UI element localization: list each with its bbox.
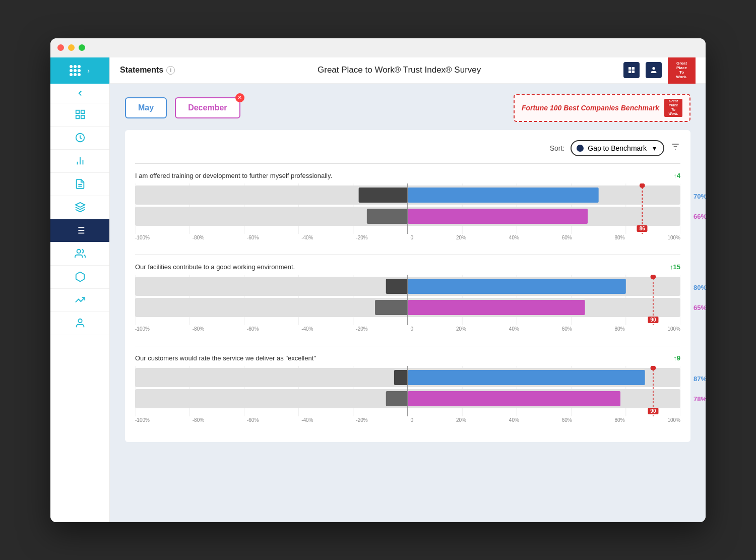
chart-axis: -100%-80%-60%-40%-20%020%40%60%80%100% bbox=[135, 326, 680, 332]
logo-dot bbox=[70, 69, 73, 72]
svg-rect-19 bbox=[628, 67, 631, 70]
svg-point-23 bbox=[652, 67, 655, 70]
logo-dot bbox=[74, 69, 77, 72]
purple-pct-label: 65% bbox=[694, 304, 706, 312]
axis-label: 80% bbox=[615, 417, 625, 423]
may-filter-button[interactable]: May bbox=[125, 97, 167, 118]
chart-panel: Sort: Gap to Benchmark ▾ bbox=[125, 130, 690, 442]
axis-label: -40% bbox=[301, 326, 313, 332]
logo-dots bbox=[70, 65, 81, 76]
svg-rect-2 bbox=[76, 115, 79, 118]
axis-label: 0 bbox=[411, 417, 414, 423]
remove-december-button[interactable]: ✕ bbox=[235, 93, 244, 102]
user-button[interactable] bbox=[646, 62, 662, 78]
axis-label: 80% bbox=[615, 235, 625, 240]
sidebar-logo bbox=[68, 64, 82, 78]
svg-point-17 bbox=[77, 250, 80, 253]
help-button[interactable] bbox=[623, 62, 640, 78]
logo-dot bbox=[74, 73, 77, 76]
axis-label: 100% bbox=[667, 326, 680, 332]
filters-row: May December ✕ Fortune 100 Best Companie… bbox=[125, 94, 690, 122]
chart-title: Our facilities contribute to a good work… bbox=[135, 263, 295, 271]
blue-pct-label: 70% bbox=[694, 193, 706, 200]
page-title-text: Statements bbox=[120, 66, 163, 75]
logo-dot bbox=[78, 65, 81, 68]
sidebar-item-box[interactable] bbox=[50, 266, 109, 289]
svg-rect-42 bbox=[367, 209, 408, 224]
sort-label: Sort: bbox=[550, 144, 565, 152]
logo-dot bbox=[78, 73, 81, 76]
svg-rect-43 bbox=[408, 209, 588, 224]
svg-rect-41 bbox=[408, 188, 599, 203]
top-header: Statements i Great Place to Work® Trust … bbox=[110, 57, 706, 84]
bar-chart-svg-container: 90 87% 78% bbox=[135, 366, 680, 416]
main-window: › bbox=[50, 38, 706, 522]
expand-sidebar-button[interactable]: › bbox=[85, 66, 92, 76]
svg-rect-82 bbox=[386, 391, 408, 406]
sidebar-item-people[interactable] bbox=[50, 242, 109, 266]
rank-badge: ↑9 bbox=[673, 354, 680, 362]
axis-label: 20% bbox=[456, 326, 466, 332]
axis-label: -20% bbox=[356, 235, 367, 240]
chart-item: Our facilities contribute to a good work… bbox=[135, 263, 680, 332]
axis-label: 0 bbox=[411, 235, 414, 240]
chevron-down-icon: ▾ bbox=[653, 144, 656, 152]
sort-dropdown[interactable]: Gap to Benchmark ▾ bbox=[571, 140, 664, 156]
logo-dot bbox=[74, 65, 77, 68]
axis-label: 100% bbox=[667, 417, 680, 423]
content-area: May December ✕ Fortune 100 Best Companie… bbox=[110, 84, 706, 522]
close-dot[interactable] bbox=[57, 44, 64, 51]
benchmark-label: Fortune 100 Best Companies Benchmark bbox=[522, 104, 659, 112]
rank-badge: ↑15 bbox=[670, 263, 680, 271]
minimize-dot[interactable] bbox=[68, 44, 75, 51]
sidebar-item-surveys[interactable] bbox=[50, 173, 109, 196]
axis-label: -20% bbox=[356, 326, 367, 332]
axis-label: -60% bbox=[247, 326, 259, 332]
chart-svg bbox=[135, 366, 680, 416]
axis-label: -100% bbox=[135, 417, 150, 423]
sidebar-item-user[interactable] bbox=[50, 312, 109, 335]
sidebar-item-analytics[interactable] bbox=[50, 150, 109, 173]
sidebar-item-layers[interactable] bbox=[50, 196, 109, 219]
svg-rect-22 bbox=[632, 71, 635, 73]
axis-label: -100% bbox=[135, 326, 150, 332]
svg-rect-0 bbox=[76, 110, 79, 113]
gptw-header-logo: GreatPlaceToWork. bbox=[668, 57, 696, 84]
chart-svg bbox=[135, 183, 680, 234]
sidebar-item-trending[interactable] bbox=[50, 289, 109, 312]
info-icon[interactable]: i bbox=[166, 66, 175, 75]
chart-axis: -100%-80%-60%-40%-20%020%40%60%80%100% bbox=[135, 235, 680, 240]
chart-axis: -100%-80%-60%-40%-20%020%40%60%80%100% bbox=[135, 417, 680, 423]
maximize-dot[interactable] bbox=[79, 44, 85, 51]
chart-title-row: Our customers would rate the service we … bbox=[135, 354, 680, 362]
bar-chart-svg-container: 90 80% 65% bbox=[135, 275, 680, 325]
page-title-container: Statements i bbox=[120, 66, 175, 75]
chart-title-row: Our facilities contribute to a good work… bbox=[135, 263, 680, 271]
benchmark-logo: GreatPlaceToWork. bbox=[664, 99, 682, 117]
chart-divider bbox=[135, 346, 680, 346]
purple-pct-label: 78% bbox=[694, 395, 706, 403]
chart-item: Our customers would rate the service we … bbox=[135, 354, 680, 423]
logo-dot bbox=[78, 69, 81, 72]
app-body: › bbox=[50, 57, 706, 522]
divider bbox=[135, 163, 680, 164]
sidebar-item-statements[interactable] bbox=[50, 219, 109, 242]
axis-label: -60% bbox=[247, 417, 259, 423]
axis-label: 20% bbox=[456, 235, 466, 240]
chart-svg bbox=[135, 275, 680, 325]
chart-title: I am offered training or development to … bbox=[135, 172, 332, 179]
back-button[interactable] bbox=[50, 84, 109, 103]
december-filter-button[interactable]: December bbox=[175, 97, 240, 118]
chart-title-row: I am offered training or development to … bbox=[135, 172, 680, 179]
chart-title: Our customers would rate the service we … bbox=[135, 354, 316, 362]
axis-label: -20% bbox=[356, 417, 367, 423]
filter-columns-icon[interactable] bbox=[670, 142, 680, 154]
sort-dot-indicator bbox=[577, 145, 584, 152]
benchmark-selector[interactable]: Fortune 100 Best Companies Benchmark Gre… bbox=[514, 94, 690, 122]
logo-dot bbox=[70, 65, 73, 68]
sidebar-item-reports[interactable] bbox=[50, 103, 109, 127]
sidebar-item-history[interactable] bbox=[50, 127, 109, 150]
sort-value: Gap to Benchmark bbox=[588, 144, 647, 152]
header-center-title: Great Place to Work® Trust Index® Survey bbox=[175, 65, 623, 75]
axis-label: -80% bbox=[193, 326, 204, 332]
